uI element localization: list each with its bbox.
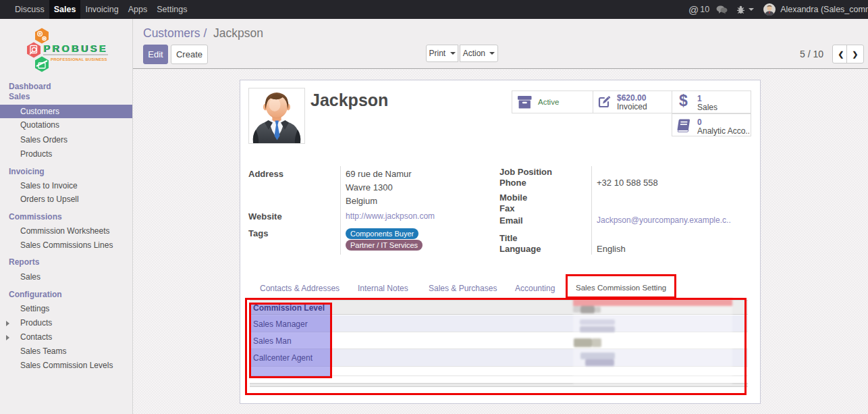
svg-text:PROBUSE: PROBUSE bbox=[43, 43, 108, 54]
svg-text:PROFESSIONAL BUSINESS: PROFESSIONAL BUSINESS bbox=[51, 57, 107, 61]
